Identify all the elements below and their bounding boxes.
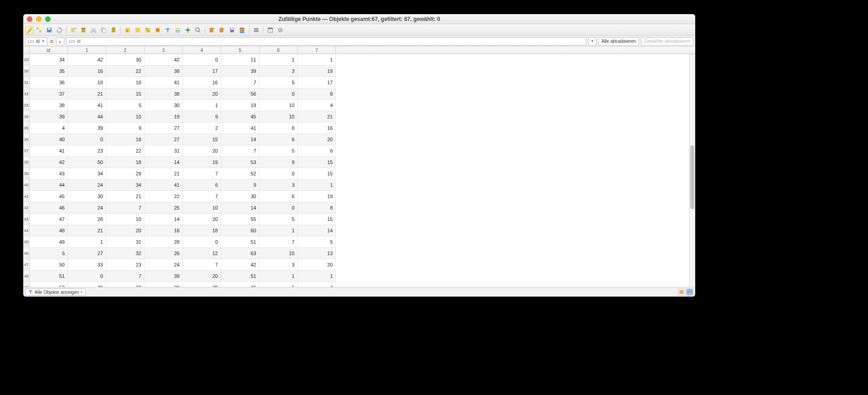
cell[interactable]: 14 [145, 157, 183, 168]
cell[interactable]: 15 [298, 157, 336, 168]
cell[interactable]: 20 [183, 145, 221, 156]
cell[interactable]: 32 [106, 248, 145, 259]
reload-button[interactable] [55, 26, 63, 34]
cell[interactable]: 0 [259, 168, 298, 179]
conditional-format-button[interactable] [238, 26, 246, 34]
cell[interactable]: 30 [106, 54, 145, 65]
cell[interactable]: 36 [30, 77, 68, 88]
form-view-button[interactable] [252, 26, 260, 34]
update-selected-button[interactable]: Gewählte aktualisieren [641, 37, 693, 46]
cell[interactable]: 42 [221, 259, 259, 270]
field-calc-button[interactable] [228, 26, 236, 34]
cell[interactable]: 9 [183, 111, 221, 122]
col-header[interactable]: 1 [68, 47, 106, 54]
cell[interactable]: 7 [221, 77, 259, 88]
row-header[interactable]: 47 [23, 259, 30, 270]
cell[interactable]: 14 [298, 225, 336, 236]
cell[interactable]: 31 [145, 145, 183, 156]
cell[interactable]: 41 [221, 123, 259, 133]
cell[interactable]: 10 [106, 111, 145, 122]
cell[interactable]: 10 [183, 202, 221, 213]
cell[interactable]: 33 [68, 259, 106, 270]
cell[interactable]: 5 [259, 145, 298, 156]
cell[interactable]: 40 [30, 134, 68, 145]
cell[interactable]: 10 [259, 111, 298, 122]
col-header[interactable]: id [30, 47, 68, 54]
cell[interactable]: 39 [145, 271, 183, 282]
deselect-button[interactable] [154, 26, 162, 34]
cell[interactable]: 19 [221, 100, 259, 111]
cell[interactable]: 22 [106, 145, 145, 156]
cell[interactable]: 21 [68, 225, 106, 236]
table-row[interactable]: 46527322612631013 [23, 248, 336, 259]
cell[interactable]: 30 [145, 100, 183, 111]
cell[interactable]: 13 [298, 248, 336, 259]
cell[interactable]: 21 [68, 88, 106, 99]
cell[interactable]: 0 [68, 134, 106, 145]
table-row[interactable]: 38425018141953915 [23, 157, 336, 168]
row-header[interactable]: 49 [23, 282, 30, 287]
cell[interactable]: 6 [183, 180, 221, 190]
del-field-button[interactable]: – [218, 26, 226, 34]
cell[interactable]: 39 [30, 111, 68, 122]
cell[interactable]: 37 [30, 88, 68, 99]
cell[interactable]: 5 [259, 77, 298, 88]
table-row[interactable]: 30351622381739319 [23, 66, 336, 77]
cell[interactable]: 9 [259, 157, 298, 168]
table-view-toggle[interactable] [686, 288, 693, 296]
row-header[interactable]: 32 [23, 88, 30, 99]
cell[interactable]: 6 [298, 145, 336, 156]
expression-input[interactable]: 123 id [66, 37, 586, 46]
cell[interactable]: 20 [298, 259, 336, 270]
table-row[interactable]: 424624725101408 [23, 202, 336, 214]
dock-button[interactable] [266, 26, 274, 34]
move-top-button[interactable] [174, 26, 182, 34]
cell[interactable]: 53 [221, 157, 259, 168]
cell[interactable]: 18 [106, 134, 145, 145]
add-feature-button[interactable]: + [69, 26, 78, 34]
row-header[interactable]: 43 [23, 214, 30, 225]
cell[interactable]: 16 [183, 77, 221, 88]
cell[interactable]: 20 [183, 282, 221, 287]
row-header[interactable]: 45 [23, 236, 30, 247]
paste-button[interactable] [109, 26, 118, 34]
cell[interactable]: 35 [30, 66, 68, 77]
cell[interactable]: 34 [106, 180, 145, 190]
cell[interactable]: 46 [30, 202, 68, 213]
table-row[interactable]: 4145302122730619 [23, 191, 336, 202]
cell[interactable]: 47 [30, 214, 68, 225]
cell[interactable]: 46 [221, 282, 259, 287]
table-row[interactable]: 48510739205111 [23, 271, 336, 282]
table-row[interactable]: 3136181841167517 [23, 77, 336, 88]
copy-button[interactable] [99, 26, 108, 34]
cell[interactable]: 30 [68, 191, 106, 202]
cell[interactable]: 60 [221, 225, 259, 236]
cell[interactable]: 42 [145, 54, 183, 65]
cell[interactable]: 27 [68, 248, 106, 259]
cell[interactable]: 52 [221, 168, 259, 179]
cell[interactable]: 28 [68, 214, 106, 225]
cell[interactable]: 11 [221, 54, 259, 65]
multi-edit-button[interactable] [35, 26, 43, 34]
col-header[interactable]: 5 [221, 47, 259, 54]
cell[interactable]: 0 [259, 202, 298, 213]
cell[interactable]: 21 [298, 111, 336, 122]
cell[interactable]: 24 [68, 180, 106, 190]
cell[interactable]: 0 [183, 54, 221, 65]
row-header[interactable]: 36 [23, 134, 30, 145]
cell[interactable]: 41 [30, 145, 68, 156]
cell[interactable]: 14 [221, 202, 259, 213]
cell[interactable]: 22 [145, 191, 183, 202]
cell[interactable]: 14 [221, 134, 259, 145]
cell[interactable]: 55 [221, 214, 259, 225]
delete-feature-button[interactable] [79, 26, 88, 34]
cell[interactable]: 1 [68, 236, 106, 247]
cell[interactable]: 52 [30, 282, 68, 287]
table-row[interactable]: 4952393228204654 [23, 282, 336, 287]
cell[interactable]: 1 [259, 225, 298, 236]
cell[interactable]: 14 [145, 214, 183, 225]
cell[interactable]: 31 [106, 236, 145, 247]
cell[interactable]: 8 [298, 88, 336, 99]
cell[interactable]: 7 [106, 271, 145, 282]
cell[interactable]: 24 [68, 202, 106, 213]
